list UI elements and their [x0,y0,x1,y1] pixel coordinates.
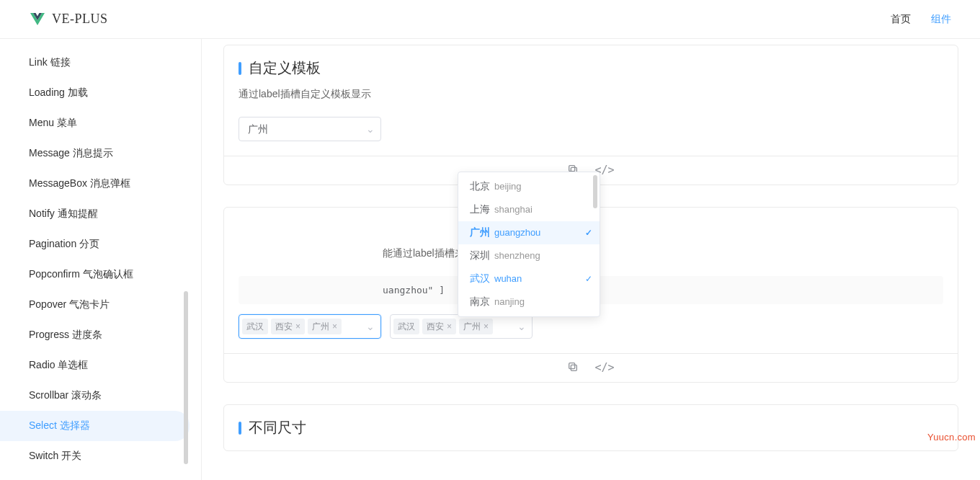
main-content: 自定义模板 通过label插槽自定义模板显示 广州 ⌄ </> . 能通过lab… [202,39,980,480]
svg-rect-2 [571,365,577,370]
dropdown-option[interactable]: 北京beijing [458,175,600,198]
chevron-down-icon: ⌄ [366,117,375,141]
chevron-down-icon: ⌄ [366,321,375,332]
select-dropdown: 北京beijing上海shanghai广州guangzhou✓深圳shenzhe… [458,172,600,317]
sidebar-item[interactable]: Notify 通知提醒 [0,199,190,229]
select-single[interactable]: 广州 ⌄ [239,117,381,141]
sidebar-item[interactable]: MessageBox 消息弹框 [0,169,190,199]
select-multi-2[interactable]: 武汉西安×广州×⌄ [390,314,533,339]
section-desc: 通过label插槽自定义模板显示 [239,88,943,101]
sidebar-item[interactable]: Message 消息提示 [0,138,190,169]
dropdown-option[interactable]: 武汉wuhan✓ [458,267,600,290]
sidebar-item[interactable]: Link 链接 [0,48,190,78]
select-multi-1[interactable]: 武汉西安×广州×⌄ [239,314,381,339]
sidebar-item[interactable]: Switch 开关 [0,441,190,471]
dropdown-option[interactable]: 上海shanghai [458,198,600,221]
chevron-down-icon: ⌄ [517,321,526,332]
sidebar-item[interactable]: Loading 加载 [0,78,190,108]
check-icon: ✓ [585,274,592,284]
sidebar-item[interactable]: Popover 气泡卡片 [0,290,190,320]
sidebar-item[interactable]: Progress 进度条 [0,320,190,350]
sidebar-item[interactable]: Pagination 分页 [0,229,190,259]
header: VE-PLUS 首页 组件 [0,0,980,39]
sidebar-item[interactable]: Popconfirm 气泡确认框 [0,259,190,290]
nav-links: 首页 组件 [891,13,951,26]
nav-components[interactable]: 组件 [931,13,951,26]
check-icon: ✓ [585,228,592,238]
sidebar: Link 链接Loading 加载Menu 菜单Message 消息提示Mess… [0,39,202,480]
dropdown-option[interactable]: 深圳shenzheng [458,244,600,267]
sidebar-item[interactable]: Select 选择器 [0,411,190,441]
dropdown-scrollbar-thumb[interactable] [593,175,597,208]
section-title: 自定义模板 [239,58,943,78]
logo[interactable]: VE-PLUS [29,11,108,28]
select-value: 广州 [248,123,268,135]
tag-close-icon[interactable]: × [332,321,337,332]
select-tag: 西安× [271,319,305,334]
select-tag: 武汉 [393,319,419,334]
brand-text: VE-PLUS [52,12,108,27]
dropdown-option[interactable]: 广州guangzhou✓ [458,221,600,244]
card-toolbar: </> [224,353,958,382]
svg-rect-1 [569,166,575,172]
select-tag: 广州× [459,319,493,334]
section-sizes: 不同尺寸 [223,404,958,451]
tag-close-icon[interactable]: × [447,321,452,332]
nav-home[interactable]: 首页 [891,13,911,26]
vue-logo-icon [29,11,46,28]
dropdown-option[interactable]: 南京nanjing [458,290,600,314]
sidebar-list: Link 链接Loading 加载Menu 菜单Message 消息提示Mess… [0,48,190,480]
sidebar-item[interactable]: Table 表格 [0,471,190,480]
tag-close-icon[interactable]: × [484,321,489,332]
tag-close-icon[interactable]: × [295,321,300,332]
select-tag: 广州× [308,319,342,334]
code-icon[interactable]: </> [594,361,614,375]
watermark: Yuucn.com [927,432,976,443]
section-title: 不同尺寸 [239,418,943,437]
sidebar-scrollbar-thumb[interactable] [184,291,188,464]
select-tag: 武汉 [242,319,268,334]
sidebar-item[interactable]: Menu 菜单 [0,108,190,138]
section-custom-template: 自定义模板 通过label插槽自定义模板显示 广州 ⌄ </> [223,45,958,185]
svg-rect-3 [569,363,575,369]
copy-icon[interactable] [567,361,579,375]
sidebar-item[interactable]: Radio 单选框 [0,350,190,381]
sidebar-item[interactable]: Scrollbar 滚动条 [0,381,190,411]
select-tag: 西安× [422,319,456,334]
